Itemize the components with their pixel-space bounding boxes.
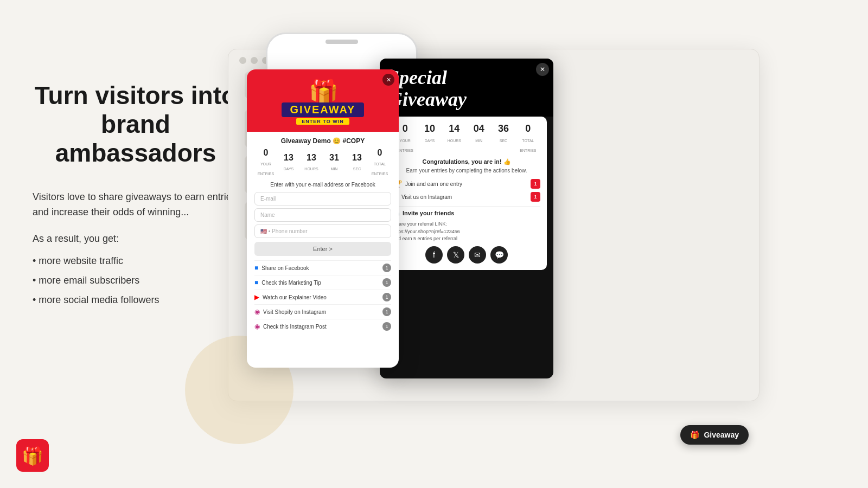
svg-text:🎁: 🎁 [309, 78, 337, 105]
action-badge-2: 1 [382, 278, 391, 287]
countdown-min: 31 MIN [323, 153, 346, 172]
social-messenger-btn[interactable]: 💬 [490, 246, 508, 264]
special-badge-1: 1 [531, 179, 540, 189]
countdown-your-entries: 0 Your entries [254, 148, 277, 177]
earn-text: Earn your entries by completing the acti… [393, 168, 540, 174]
special-hours: 14 HOURS [442, 123, 467, 154]
special-body: 0 YOUR ENTRIES 10 DAYS 14 HOURS 04 MIN 3… [386, 117, 547, 270]
social-email-btn[interactable]: ✉ [469, 246, 486, 264]
action-label-5: Check this Instagram Post [263, 324, 327, 330]
special-close-button[interactable]: ✕ [536, 63, 549, 76]
sub-text: Visitors love to share giveaways to earn… [33, 189, 239, 221]
congrats-text: Congratulations, you are in! 👍 [393, 158, 540, 165]
special-action-label-2: Visit us on Instagram [401, 194, 452, 200]
enter-button[interactable]: Enter > [254, 242, 391, 256]
enter-to-win-text: ENTER TO WIN [296, 118, 349, 125]
special-title: Special Giveaway [388, 67, 545, 110]
browser-dot-1 [239, 57, 246, 64]
bullet-item-1: more website traffic [33, 251, 239, 271]
action-badge-5: 1 [382, 322, 391, 331]
bullet-list: more website traffic more email subscrib… [33, 251, 239, 310]
left-section: Turn visitors into brand ambassadors Vis… [33, 81, 239, 310]
giveaway-btn-label: Giveaway [704, 431, 739, 439]
enter-description: Enter with your e-mail address or Facebo… [254, 182, 391, 188]
instagram-icon-1: ◉ [254, 308, 260, 316]
giveaway-title: Giveaway Demo 😊 #COPY [254, 137, 391, 145]
special-popup: ✕ Special Giveaway 0 YOUR ENTRIES 10 DAY… [380, 59, 553, 378]
action-label-2: Check this Marketing Tip [261, 280, 321, 286]
giveaway-header: ✕ 🎁 GIVEAWAY ENTER TO WIN [247, 69, 399, 132]
bullet-item-2: more email subscribers [33, 271, 239, 290]
giveaway-banner-text: GIVEAWAY [282, 102, 365, 117]
giveaway-popup: ✕ 🎁 GIVEAWAY ENTER TO WIN Giveaway Demo … [247, 69, 399, 368]
special-action-instagram[interactable]: ◉ Visit us on Instagram 1 [393, 192, 540, 202]
invite-section: 📢 Invite your friends Share your referra… [393, 206, 540, 264]
phone-field[interactable]: 🇺🇸 • Phone number [254, 224, 391, 238]
svg-text:🎁: 🎁 [22, 446, 43, 466]
countdown-sec: 13 SEC [346, 153, 368, 172]
countdown-row: 0 Your entries 13 DAYS 13 HOURS 31 MIN 1… [254, 148, 391, 177]
result-text: As a result, you get: [33, 233, 239, 245]
countdown-total-entries: 0 Total entries [368, 148, 391, 177]
facebook-icon-1: ■ [254, 264, 258, 272]
special-sec: 36 SEC [491, 123, 515, 154]
special-header: ✕ Special Giveaway [380, 59, 553, 117]
special-total-entries: 0 TOTAL ENTRIES [516, 123, 540, 154]
bullet-item-3: more social media followers [33, 290, 239, 310]
action-shopify-instagram[interactable]: ◉ Visit Shopify on Instagram 1 [254, 304, 391, 319]
invite-title: Invite your friends [403, 210, 454, 216]
special-min: 04 MIN [467, 123, 491, 154]
special-countdown: 0 YOUR ENTRIES 10 DAYS 14 HOURS 04 MIN 3… [393, 123, 540, 154]
name-field[interactable]: Name [254, 208, 391, 222]
action-badge-3: 1 [382, 293, 391, 301]
action-instagram-post[interactable]: ◉ Check this Instagram Post 1 [254, 319, 391, 333]
browser-dot-2 [251, 57, 258, 64]
action-share-facebook[interactable]: ■ Share on Facebook 1 [254, 260, 391, 275]
facebook-icon-2: ■ [254, 279, 258, 286]
instagram-icon-2: ◉ [254, 323, 260, 330]
action-label-4: Visit Shopify on Instagram [263, 309, 326, 315]
special-badge-2: 1 [531, 192, 540, 202]
giveaway-float-button[interactable]: 🎁 Giveaway [680, 425, 749, 445]
social-facebook-btn[interactable]: f [425, 246, 443, 264]
special-days: 10 DAYS [417, 123, 442, 154]
logo: 🎁 [16, 439, 49, 472]
giveaway-banner: 🎁 GIVEAWAY ENTER TO WIN [282, 76, 365, 125]
main-heading: Turn visitors into brand ambassadors [33, 81, 239, 168]
countdown-days: 13 DAYS [277, 153, 300, 172]
action-label-3: Watch our Explainer Video [263, 294, 327, 300]
giveaway-close-button[interactable]: ✕ [382, 74, 394, 86]
phone-notch-1 [326, 40, 358, 44]
action-badge-1: 1 [382, 264, 391, 272]
action-marketing-tip[interactable]: ■ Check this Marketing Tip 1 [254, 275, 391, 290]
special-action-join[interactable]: 🏆 Join and earn one entry 1 [393, 179, 540, 189]
countdown-hours: 13 HOURS [300, 153, 323, 172]
social-twitter-btn[interactable]: 𝕏 [447, 246, 464, 264]
youtube-icon: ▶ [254, 293, 259, 301]
action-badge-4: 1 [382, 307, 391, 316]
invite-link-text: Share your referral LINK: https://your.s… [393, 221, 540, 243]
gift-btn-icon: 🎁 [690, 431, 699, 439]
email-field[interactable]: E-mail [254, 192, 391, 206]
action-label-1: Share on Facebook [261, 265, 309, 271]
special-action-label-1: Join and earn one entry [405, 181, 462, 187]
gift-icon: 🎁 [309, 76, 337, 105]
giveaway-body: Giveaway Demo 😊 #COPY 0 Your entries 13 … [247, 132, 399, 339]
action-explainer-video[interactable]: ▶ Watch our Explainer Video 1 [254, 290, 391, 304]
social-icons-row: f 𝕏 ✉ 💬 [393, 246, 540, 264]
